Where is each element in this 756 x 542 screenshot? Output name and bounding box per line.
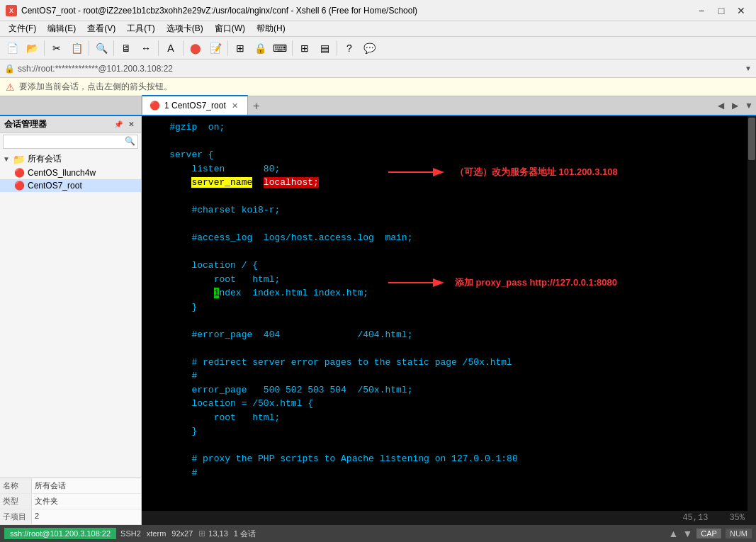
toolbar-sep1 bbox=[44, 40, 45, 56]
toolbar-connect[interactable]: 🖥 bbox=[117, 39, 135, 57]
session-info: 名称 所有会话 类型 文件夹 子项目 2 bbox=[0, 478, 141, 525]
tree-item-label: CentOS_llunch4w bbox=[28, 168, 96, 178]
panel-pin-button[interactable]: 📌 bbox=[113, 119, 124, 130]
toolbar-sep4 bbox=[158, 40, 159, 56]
status-cap-badge: CAP bbox=[696, 529, 721, 538]
info-label-children: 子项目 bbox=[0, 509, 32, 524]
session-panel-title: 会话管理器 bbox=[4, 118, 113, 130]
info-label-name: 名称 bbox=[0, 478, 32, 493]
info-row-type: 类型 文件夹 bbox=[0, 494, 141, 509]
toolbar-help[interactable]: ? bbox=[340, 39, 359, 57]
menu-window[interactable]: 窗口(W) bbox=[209, 21, 251, 36]
toolbar-copy[interactable]: 📋 bbox=[67, 39, 86, 57]
tab-menu-button[interactable]: ▼ bbox=[742, 96, 756, 115]
session-panel-header: 会话管理器 📌 ✕ bbox=[0, 116, 141, 133]
toolbar-balloon[interactable]: 💬 bbox=[360, 39, 378, 57]
scrollbar-thumb[interactable] bbox=[748, 118, 755, 160]
tree-item-centos-llunch4w[interactable]: 🔴 CentOS_llunch4w bbox=[0, 166, 141, 179]
info-label-type: 类型 bbox=[0, 494, 32, 509]
tree-item-label: CentOS7_root bbox=[28, 181, 82, 191]
address-dropdown-icon[interactable]: ▼ bbox=[745, 64, 752, 72]
terminal-status-line: 45,13 35% bbox=[142, 511, 756, 525]
toolbar: 📄 📂 ✂ 📋 🔍 🖥 ↔ A ⬤ 📝 ⊞ 🔒 ⌨ ⊞ ▤ ? 💬 bbox=[0, 37, 756, 60]
connection-icon: 🔴 bbox=[14, 168, 25, 178]
toolbar-grid[interactable]: ⊞ bbox=[295, 39, 314, 57]
toolbar-sep7 bbox=[292, 40, 293, 56]
folder-icon: 📁 bbox=[13, 154, 25, 165]
tree-item-centos7-root[interactable]: 🔴 CentOS7_root bbox=[0, 179, 141, 192]
info-row-children: 子项目 2 bbox=[0, 509, 141, 525]
session-search-input[interactable] bbox=[3, 135, 138, 149]
toolbar-new[interactable]: 📄 bbox=[3, 39, 21, 57]
lock-icon: 🔒 bbox=[4, 64, 15, 74]
toolbar-layout[interactable]: ▤ bbox=[315, 39, 334, 57]
toolbar-search[interactable]: 🔍 bbox=[92, 39, 111, 57]
main-area: 会话管理器 📌 ✕ 🔍 ▼ 📁 所有会话 🔴 CentOS_llunch4w 🔴 bbox=[0, 116, 756, 525]
status-arrow-down-icon[interactable]: ▼ bbox=[682, 528, 692, 539]
tab-session-icon: 🔴 bbox=[149, 101, 160, 111]
title-bar: X CentOS7_root - root@iZ2zee1b1cbz3xohh2… bbox=[0, 0, 756, 21]
toolbar-lock[interactable]: 🔒 bbox=[251, 39, 269, 57]
status-arrow-up-icon[interactable]: ▲ bbox=[669, 528, 679, 539]
menu-help[interactable]: 帮助(H) bbox=[251, 21, 291, 36]
connection-icon: 🔴 bbox=[14, 181, 25, 191]
tree-root-item[interactable]: ▼ 📁 所有会话 bbox=[0, 152, 141, 166]
toolbar-sep6 bbox=[227, 40, 228, 56]
tab-label: 1 CentOS7_root bbox=[164, 101, 226, 111]
menu-view[interactable]: 查看(V) bbox=[81, 21, 121, 36]
menu-edit[interactable]: 编辑(E) bbox=[42, 21, 81, 36]
cursor-position: 45,13 bbox=[682, 513, 708, 523]
menu-file[interactable]: 文件(F) bbox=[3, 21, 42, 36]
terminal[interactable]: #gzip on; server { listen 80; server_nam… bbox=[142, 116, 756, 525]
session-panel-controls: 📌 ✕ bbox=[113, 119, 137, 130]
session-search-container: 🔍 bbox=[0, 133, 141, 150]
tab-navigation: ◀ ▶ ▼ bbox=[713, 96, 756, 115]
tab-close-button[interactable]: ✕ bbox=[230, 101, 240, 111]
status-protocol: SSH2 bbox=[120, 529, 141, 538]
session-tree: ▼ 📁 所有会话 🔴 CentOS_llunch4w 🔴 CentOS7_roo… bbox=[0, 150, 141, 478]
notice-text: 要添加当前会话，点击左侧的箭头按钮。 bbox=[19, 81, 172, 93]
search-icon: 🔍 bbox=[125, 136, 135, 146]
status-bar: ssh://root@101.200.3.108:22 SSH2 xterm 9… bbox=[0, 525, 756, 542]
maximize-button[interactable]: □ bbox=[712, 4, 730, 18]
status-right: ▲ ▼ CAP NUM bbox=[669, 528, 752, 539]
toolbar-cut[interactable]: ✂ bbox=[47, 39, 66, 57]
scrollbar[interactable] bbox=[747, 116, 756, 525]
notice-bar: ⚠ 要添加当前会话，点击左侧的箭头按钮。 bbox=[0, 78, 756, 96]
tab-centos7-root[interactable]: 🔴 1 CentOS7_root ✕ bbox=[142, 95, 248, 115]
panel-close-button[interactable]: ✕ bbox=[125, 119, 137, 130]
menu-tabs[interactable]: 选项卡(B) bbox=[161, 21, 209, 36]
status-num-badge: NUM bbox=[726, 529, 752, 538]
app-icon: X bbox=[6, 5, 17, 16]
toolbar-transfer[interactable]: ↔ bbox=[137, 39, 155, 57]
tab-prev-button[interactable]: ◀ bbox=[713, 96, 728, 115]
close-button[interactable]: ✕ bbox=[732, 4, 750, 18]
toolbar-stop[interactable]: ⬤ bbox=[186, 39, 205, 57]
terminal-content[interactable]: #gzip on; server { listen 80; server_nam… bbox=[142, 116, 756, 511]
toolbar-keyboard[interactable]: ⌨ bbox=[271, 39, 289, 57]
tab-next-button[interactable]: ▶ bbox=[728, 96, 742, 115]
minimize-button[interactable]: − bbox=[692, 4, 711, 18]
scroll-percent: 35% bbox=[729, 513, 745, 523]
status-dimensions: 92x27 bbox=[171, 529, 193, 538]
grid-icon: ⊞ bbox=[198, 529, 205, 538]
toolbar-zoom[interactable]: ⊞ bbox=[231, 39, 249, 57]
toolbar-sep5 bbox=[183, 40, 184, 56]
toolbar-sep8 bbox=[337, 40, 337, 56]
terminal-wrapper: #gzip on; server { listen 80; server_nam… bbox=[142, 116, 756, 525]
menu-bar: 文件(F) 编辑(E) 查看(V) 工具(T) 选项卡(B) 窗口(W) 帮助(… bbox=[0, 21, 756, 37]
tree-root-label: 所有会话 bbox=[28, 153, 62, 165]
menu-tools[interactable]: 工具(T) bbox=[121, 21, 160, 36]
session-panel: 会话管理器 📌 ✕ 🔍 ▼ 📁 所有会话 🔴 CentOS_llunch4w 🔴 bbox=[0, 116, 142, 525]
tab-add-button[interactable]: + bbox=[248, 98, 265, 115]
info-value-type: 文件夹 bbox=[32, 494, 61, 509]
toolbar-script[interactable]: 📝 bbox=[206, 39, 225, 57]
status-connection: ssh://root@101.200.3.108:22 bbox=[4, 528, 116, 539]
info-row-name: 名称 所有会话 bbox=[0, 478, 141, 494]
info-value-children: 2 bbox=[32, 509, 42, 524]
status-sessions: 1 会话 bbox=[234, 529, 256, 539]
toolbar-open[interactable]: 📂 bbox=[23, 39, 41, 57]
address-bar: 🔒 ssh://root:*************@101.200.3.108… bbox=[0, 60, 756, 78]
toolbar-font[interactable]: A bbox=[162, 39, 180, 57]
toolbar-sep2 bbox=[89, 40, 89, 56]
